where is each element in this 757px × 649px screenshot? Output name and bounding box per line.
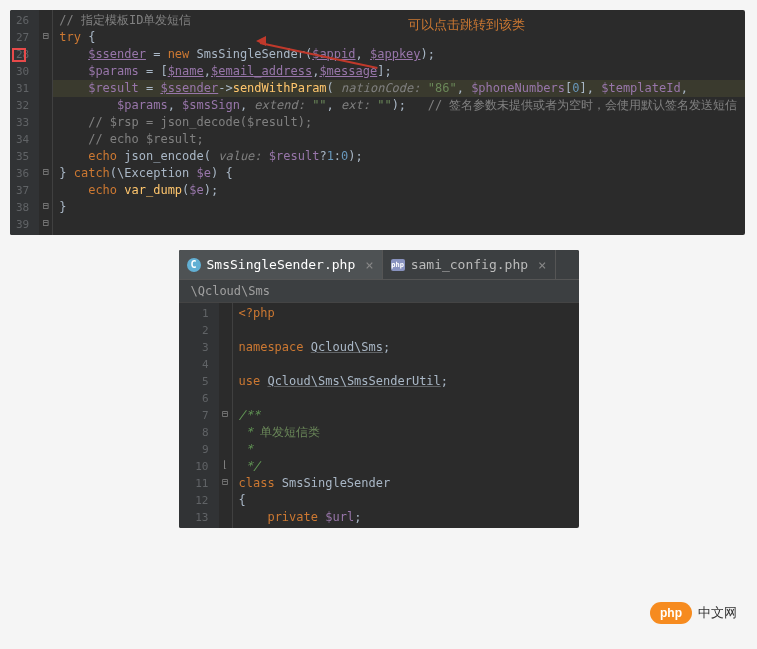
fold-marker[interactable] [39,112,52,129]
code-content[interactable]: // 指定模板ID单发短信try { $ssender = new SmsSin… [53,10,745,235]
code-line[interactable]: class SmsSingleSender [233,475,579,492]
fold-marker[interactable]: ⊟ [39,163,52,180]
code-line[interactable]: // 指定模板ID单发短信 [53,12,745,29]
line-number[interactable]: 12 [185,492,209,509]
code-line[interactable] [233,356,579,373]
code-editor-bottom: CSmsSingleSender.php×phpsami_config.php×… [179,250,579,528]
line-gutter[interactable]: 12345678910111213 [179,303,219,528]
tab-sami_config-php[interactable]: phpsami_config.php× [383,250,556,279]
annotation-text: 可以点击跳转到该类 [408,16,525,34]
line-number[interactable]: 26 [16,12,29,29]
class-icon: C [187,258,201,272]
line-number[interactable]: 2 [185,322,209,339]
fold-marker[interactable]: ⊟ [39,27,52,44]
line-number[interactable]: 13 [185,509,209,526]
code-line[interactable] [233,390,579,407]
fold-marker[interactable] [219,388,232,405]
code-line[interactable]: $params, $smsSign, extend: "", ext: "");… [53,97,745,114]
line-number[interactable]: 33 [16,114,29,131]
php-icon: php [391,259,405,271]
fold-marker[interactable]: ⊟ [39,214,52,231]
fold-marker[interactable] [219,354,232,371]
fold-marker[interactable] [39,180,52,197]
line-number[interactable]: 39 [16,216,29,233]
line-number[interactable]: 36 [16,165,29,182]
fold-marker[interactable]: ⌊ [219,456,232,473]
code-line[interactable] [53,216,745,233]
code-line[interactable]: <?php [233,305,579,322]
code-editor-top: 可以点击跳转到该类 26272830313233343536373839 ⊟⊟⊟… [10,10,745,235]
line-number[interactable]: 28 [16,46,29,63]
fold-marker[interactable] [219,422,232,439]
line-number[interactable]: 37 [16,182,29,199]
code-area[interactable]: 12345678910111213 ⊟⌊⊟ <?phpnamespace Qcl… [179,303,579,528]
code-line[interactable]: $result = $ssender->sendWithParam( natio… [53,80,745,97]
fold-marker[interactable] [39,44,52,61]
line-number[interactable]: 11 [185,475,209,492]
close-icon[interactable]: × [365,257,373,273]
line-number[interactable]: 34 [16,131,29,148]
fold-marker[interactable] [219,439,232,456]
fold-marker[interactable] [219,337,232,354]
code-line[interactable]: try { [53,29,745,46]
fold-marker[interactable] [39,129,52,146]
fold-marker[interactable]: ⊟ [219,473,232,490]
code-content[interactable]: <?phpnamespace Qcloud\Sms;use Qcloud\Sms… [233,303,579,528]
line-number[interactable]: 10 [185,458,209,475]
code-line[interactable]: // echo $result; [53,131,745,148]
fold-marker[interactable] [219,507,232,524]
fold-column[interactable]: ⊟⌊⊟ [219,303,233,528]
line-number[interactable]: 3 [185,339,209,356]
fold-marker[interactable] [39,95,52,112]
code-line[interactable]: // $rsp = json_decode($result); [53,114,745,131]
breadcrumb[interactable]: \Qcloud\Sms [179,280,579,303]
tab-smssinglesender-php[interactable]: CSmsSingleSender.php× [179,250,383,279]
close-icon[interactable]: × [538,257,546,273]
line-number[interactable]: 35 [16,148,29,165]
line-number[interactable]: 4 [185,356,209,373]
code-line[interactable]: echo var_dump($e); [53,182,745,199]
line-number[interactable]: 31 [16,80,29,97]
fold-marker[interactable] [219,490,232,507]
fold-marker[interactable] [219,303,232,320]
code-line[interactable]: namespace Qcloud\Sms; [233,339,579,356]
code-line[interactable]: */ [233,458,579,475]
line-number[interactable]: 30 [16,63,29,80]
line-number[interactable]: 5 [185,373,209,390]
code-line[interactable]: use Qcloud\Sms\SmsSenderUtil; [233,373,579,390]
fold-marker[interactable] [39,10,52,27]
fold-marker[interactable]: ⊟ [219,405,232,422]
tab-bar: CSmsSingleSender.php×phpsami_config.php× [179,250,579,280]
fold-marker[interactable] [39,61,52,78]
code-line[interactable]: $params = [$name,$email_address,$message… [53,63,745,80]
code-line[interactable]: { [233,492,579,509]
fold-marker[interactable] [39,146,52,163]
line-number[interactable]: 38 [16,199,29,216]
code-line[interactable]: $ssender = new SmsSingleSender($appid, $… [53,46,745,63]
code-line[interactable] [233,322,579,339]
line-number[interactable]: 27 [16,29,29,46]
code-line[interactable]: * 单发短信类 [233,424,579,441]
tab-label: sami_config.php [411,257,528,272]
code-line[interactable]: echo json_encode( value: $result?1:0); [53,148,745,165]
line-number[interactable]: 7 [185,407,209,424]
tab-label: SmsSingleSender.php [207,257,356,272]
fold-marker[interactable] [219,371,232,388]
code-line[interactable]: /** [233,407,579,424]
fold-marker[interactable] [219,320,232,337]
code-line[interactable]: } catch(\Exception $e) { [53,165,745,182]
line-number[interactable]: 32 [16,97,29,114]
arrow-icon [260,34,380,54]
code-line[interactable]: } [53,199,745,216]
fold-marker[interactable] [39,78,52,95]
fold-column[interactable]: ⊟⊟⊟⊟ [39,10,53,235]
code-line[interactable]: private $url; [233,509,579,526]
code-line[interactable]: * [233,441,579,458]
line-number[interactable]: 9 [185,441,209,458]
line-number[interactable]: 1 [185,305,209,322]
fold-marker[interactable]: ⊟ [39,197,52,214]
line-number[interactable]: 8 [185,424,209,441]
line-gutter[interactable]: 26272830313233343536373839 [10,10,39,235]
line-number[interactable]: 6 [185,390,209,407]
